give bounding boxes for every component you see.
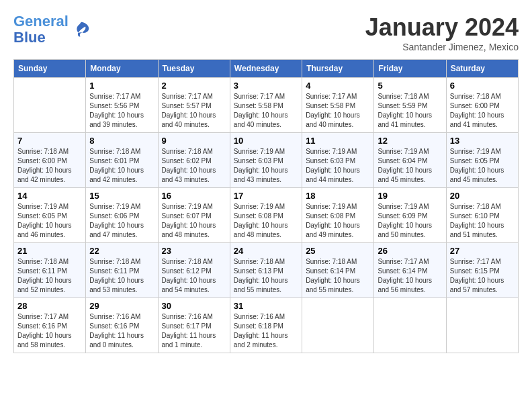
day-info: Sunrise: 7:18 AMSunset: 6:00 PMDaylight:… [450,92,515,130]
calendar-cell: 8Sunrise: 7:18 AMSunset: 6:01 PMDaylight… [86,133,158,188]
day-number: 31 [234,301,298,311]
calendar-cell: 27Sunrise: 7:17 AMSunset: 6:15 PMDayligh… [446,243,518,298]
calendar-cell: 12Sunrise: 7:19 AMSunset: 6:04 PMDayligh… [374,133,446,188]
day-info: Sunrise: 7:17 AMSunset: 6:14 PMDaylight:… [378,257,442,295]
day-number: 14 [17,191,82,201]
calendar-cell: 10Sunrise: 7:19 AMSunset: 6:03 PMDayligh… [230,133,302,188]
day-number: 9 [162,136,226,146]
day-number: 7 [17,136,82,146]
calendar-cell: 6Sunrise: 7:18 AMSunset: 6:00 PMDaylight… [446,78,518,133]
logo-text: General Blue [13,13,69,46]
day-info: Sunrise: 7:18 AMSunset: 5:59 PMDaylight:… [378,92,442,130]
calendar-week-row: 28Sunrise: 7:17 AMSunset: 6:16 PMDayligh… [14,298,519,353]
logo: General Blue [13,13,91,46]
day-number: 27 [450,246,515,256]
weekday-header: Sunday [14,60,86,78]
day-info: Sunrise: 7:17 AMSunset: 5:58 PMDaylight:… [306,92,370,130]
day-info: Sunrise: 7:17 AMSunset: 5:56 PMDaylight:… [89,92,154,130]
day-number: 15 [89,191,154,201]
day-number: 3 [234,81,298,91]
day-info: Sunrise: 7:18 AMSunset: 6:00 PMDaylight:… [17,147,82,185]
page-header: General Blue January 2024 Santander Jime… [13,13,519,52]
calendar-week-row: 14Sunrise: 7:19 AMSunset: 6:05 PMDayligh… [14,188,519,243]
location: Santander Jimenez, Mexico [365,42,519,52]
calendar-body: 1Sunrise: 7:17 AMSunset: 5:56 PMDaylight… [14,78,519,353]
calendar-week-row: 1Sunrise: 7:17 AMSunset: 5:56 PMDaylight… [14,78,519,133]
day-number: 4 [306,81,370,91]
day-info: Sunrise: 7:17 AMSunset: 6:15 PMDaylight:… [450,257,515,295]
calendar-cell: 15Sunrise: 7:19 AMSunset: 6:06 PMDayligh… [86,188,158,243]
calendar-cell: 31Sunrise: 7:16 AMSunset: 6:18 PMDayligh… [230,298,302,353]
weekday-header: Friday [374,60,446,78]
day-info: Sunrise: 7:19 AMSunset: 6:05 PMDaylight:… [450,147,515,185]
calendar-cell: 3Sunrise: 7:17 AMSunset: 5:58 PMDaylight… [230,78,302,133]
day-info: Sunrise: 7:18 AMSunset: 6:10 PMDaylight:… [450,202,515,240]
calendar-cell: 29Sunrise: 7:16 AMSunset: 6:16 PMDayligh… [86,298,158,353]
day-number: 8 [89,136,154,146]
calendar-cell: 30Sunrise: 7:16 AMSunset: 6:17 PMDayligh… [158,298,230,353]
day-info: Sunrise: 7:19 AMSunset: 6:06 PMDaylight:… [89,202,154,240]
day-info: Sunrise: 7:19 AMSunset: 6:08 PMDaylight:… [234,202,298,240]
day-info: Sunrise: 7:17 AMSunset: 6:16 PMDaylight:… [17,312,82,350]
day-number: 11 [306,136,370,146]
day-info: Sunrise: 7:16 AMSunset: 6:16 PMDaylight:… [89,312,154,350]
calendar-cell: 1Sunrise: 7:17 AMSunset: 5:56 PMDaylight… [86,78,158,133]
day-info: Sunrise: 7:17 AMSunset: 5:57 PMDaylight:… [162,92,226,130]
calendar-cell: 19Sunrise: 7:19 AMSunset: 6:09 PMDayligh… [374,188,446,243]
calendar-week-row: 21Sunrise: 7:18 AMSunset: 6:11 PMDayligh… [14,243,519,298]
day-number: 5 [378,81,442,91]
calendar-cell: 23Sunrise: 7:18 AMSunset: 6:12 PMDayligh… [158,243,230,298]
day-number: 13 [450,136,515,146]
calendar-cell: 7Sunrise: 7:18 AMSunset: 6:00 PMDaylight… [14,133,86,188]
calendar-cell: 14Sunrise: 7:19 AMSunset: 6:05 PMDayligh… [14,188,86,243]
day-number: 29 [89,301,154,311]
calendar-cell: 17Sunrise: 7:19 AMSunset: 6:08 PMDayligh… [230,188,302,243]
calendar-week-row: 7Sunrise: 7:18 AMSunset: 6:00 PMDaylight… [14,133,519,188]
day-info: Sunrise: 7:19 AMSunset: 6:03 PMDaylight:… [306,147,370,185]
day-info: Sunrise: 7:18 AMSunset: 6:02 PMDaylight:… [162,147,226,185]
calendar-cell: 16Sunrise: 7:19 AMSunset: 6:07 PMDayligh… [158,188,230,243]
day-number: 28 [17,301,82,311]
weekday-header: Thursday [302,60,374,78]
calendar-cell: 18Sunrise: 7:19 AMSunset: 6:08 PMDayligh… [302,188,374,243]
day-info: Sunrise: 7:19 AMSunset: 6:07 PMDaylight:… [162,202,226,240]
calendar-cell: 13Sunrise: 7:19 AMSunset: 6:05 PMDayligh… [446,133,518,188]
calendar-cell [302,298,374,353]
day-info: Sunrise: 7:18 AMSunset: 6:12 PMDaylight:… [162,257,226,295]
day-info: Sunrise: 7:16 AMSunset: 6:17 PMDaylight:… [162,312,226,350]
weekday-header: Monday [86,60,158,78]
day-number: 17 [234,191,298,201]
day-number: 24 [234,246,298,256]
calendar-cell: 11Sunrise: 7:19 AMSunset: 6:03 PMDayligh… [302,133,374,188]
calendar-cell [374,298,446,353]
month-title: January 2024 [365,13,519,42]
calendar-cell: 25Sunrise: 7:18 AMSunset: 6:14 PMDayligh… [302,243,374,298]
weekday-header: Saturday [446,60,518,78]
day-number: 19 [378,191,442,201]
weekday-header: Tuesday [158,60,230,78]
day-number: 6 [450,81,515,91]
calendar-cell: 22Sunrise: 7:18 AMSunset: 6:11 PMDayligh… [86,243,158,298]
calendar-cell: 9Sunrise: 7:18 AMSunset: 6:02 PMDaylight… [158,133,230,188]
day-number: 12 [378,136,442,146]
day-info: Sunrise: 7:19 AMSunset: 6:03 PMDaylight:… [234,147,298,185]
day-info: Sunrise: 7:18 AMSunset: 6:11 PMDaylight:… [89,257,154,295]
day-number: 1 [89,81,154,91]
day-number: 26 [378,246,442,256]
calendar-cell: 21Sunrise: 7:18 AMSunset: 6:11 PMDayligh… [14,243,86,298]
weekday-header-row: SundayMondayTuesdayWednesdayThursdayFrid… [14,60,519,78]
day-number: 22 [89,246,154,256]
day-info: Sunrise: 7:19 AMSunset: 6:08 PMDaylight:… [306,202,370,240]
day-number: 30 [162,301,226,311]
day-info: Sunrise: 7:16 AMSunset: 6:18 PMDaylight:… [234,312,298,350]
day-info: Sunrise: 7:18 AMSunset: 6:14 PMDaylight:… [306,257,370,295]
calendar-cell: 28Sunrise: 7:17 AMSunset: 6:16 PMDayligh… [14,298,86,353]
day-number: 10 [234,136,298,146]
day-info: Sunrise: 7:18 AMSunset: 6:13 PMDaylight:… [234,257,298,295]
day-info: Sunrise: 7:17 AMSunset: 5:58 PMDaylight:… [234,92,298,130]
day-info: Sunrise: 7:19 AMSunset: 6:05 PMDaylight:… [17,202,82,240]
calendar-header: SundayMondayTuesdayWednesdayThursdayFrid… [14,60,519,78]
day-number: 20 [450,191,515,201]
calendar-cell: 5Sunrise: 7:18 AMSunset: 5:59 PMDaylight… [374,78,446,133]
calendar-table: SundayMondayTuesdayWednesdayThursdayFrid… [13,59,519,353]
